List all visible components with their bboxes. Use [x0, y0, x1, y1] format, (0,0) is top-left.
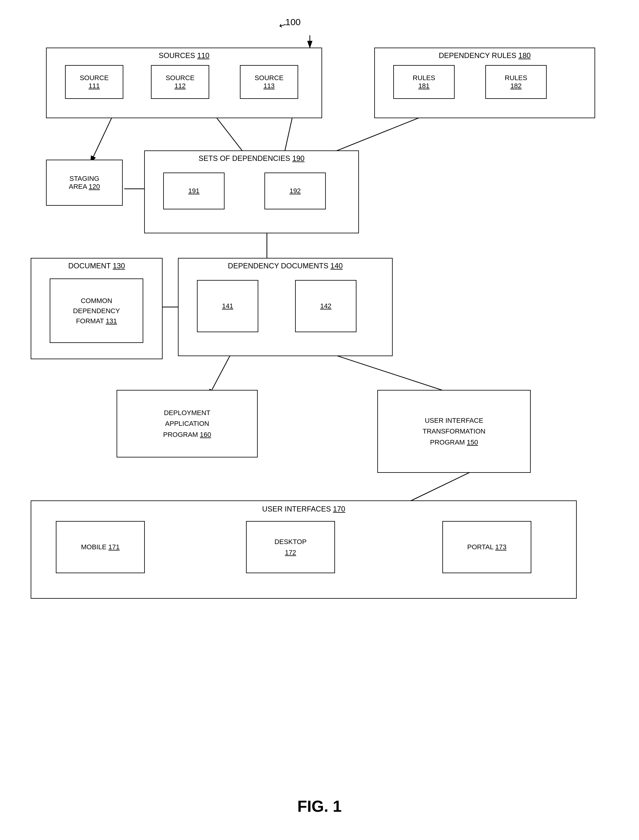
source-112-label: SOURCE112	[166, 74, 194, 90]
source-113-box: SOURCE113	[240, 65, 298, 99]
source-111-box: SOURCE111	[65, 65, 123, 99]
staging-area-label: STAGINGAREA 120	[69, 175, 100, 191]
dep-192-label: 192	[289, 187, 301, 194]
doc-141-box: 141	[197, 280, 258, 332]
sets-of-deps-outer-box: SETS OF DEPENDENCIES 190 191 192	[144, 150, 359, 233]
portal-label: PORTAL 173	[467, 543, 507, 551]
staging-area-box: STAGINGAREA 120	[46, 159, 123, 206]
sources-ref: 110	[197, 51, 210, 59]
diagram-container: 100 ↙ SOURCES 110 SOURCE111 SOURCE112 SO…	[0, 0, 639, 840]
source-113-label: SOURCE113	[254, 74, 283, 90]
rules-182-box: RULES182	[485, 65, 547, 99]
common-dep-format-label: COMMONDEPENDENCYFORMAT 131	[73, 296, 120, 326]
sources-title: SOURCES 110	[159, 51, 209, 60]
deployment-app-label: DEPLOYMENTAPPLICATIONPROGRAM 160	[163, 407, 211, 440]
user-interfaces-outer-box: USER INTERFACES 170 MOBILE 171 DESKTOP17…	[31, 500, 577, 599]
dep-docs-title: DEPENDENCY DOCUMENTS 140	[228, 261, 343, 270]
rules-181-label: RULES181	[413, 74, 435, 90]
ui-transform-box: USER INTERFACETRANSFORMATIONPROGRAM 150	[377, 390, 531, 473]
sets-of-deps-title: SETS OF DEPENDENCIES 190	[199, 154, 304, 163]
fig-label: FIG. 1	[297, 797, 342, 815]
source-111-label: SOURCE111	[80, 74, 109, 90]
document-title: DOCUMENT 130	[68, 261, 125, 270]
arrows-svg	[0, 0, 639, 840]
portal-box: PORTAL 173	[442, 521, 531, 573]
ui-transform-label: USER INTERFACETRANSFORMATIONPROGRAM 150	[423, 415, 486, 448]
rules-182-label: RULES182	[505, 74, 527, 90]
desktop-label: DESKTOP172	[275, 536, 307, 558]
deployment-app-box: DEPLOYMENTAPPLICATIONPROGRAM 160	[116, 390, 258, 457]
dep-192-box: 192	[264, 172, 326, 209]
doc-141-label: 141	[222, 302, 234, 310]
dep-rules-title: DEPENDENCY RULES 180	[439, 51, 531, 60]
desktop-box: DESKTOP172	[246, 521, 335, 573]
common-dep-format-box: COMMONDEPENDENCYFORMAT 131	[50, 279, 143, 343]
dep-docs-outer-box: DEPENDENCY DOCUMENTS 140 141 142	[178, 258, 393, 356]
source-112-box: SOURCE112	[151, 65, 209, 99]
mobile-label: MOBILE 171	[81, 543, 120, 551]
dep-rules-ref: 180	[518, 51, 531, 59]
mobile-box: MOBILE 171	[56, 521, 145, 573]
dep-191-label: 191	[188, 187, 200, 194]
dep-191-box: 191	[163, 172, 224, 209]
doc-142-label: 142	[320, 302, 332, 310]
rules-181-box: RULES181	[393, 65, 455, 99]
dep-rules-outer-box: DEPENDENCY RULES 180 RULES181 RULES182	[374, 48, 595, 118]
sources-outer-box: SOURCES 110 SOURCE111 SOURCE112 SOURCE11…	[46, 48, 322, 118]
user-interfaces-title: USER INTERFACES 170	[262, 505, 345, 513]
doc-142-box: 142	[295, 280, 356, 332]
document-outer-box: DOCUMENT 130 COMMONDEPENDENCYFORMAT 131	[31, 258, 162, 359]
